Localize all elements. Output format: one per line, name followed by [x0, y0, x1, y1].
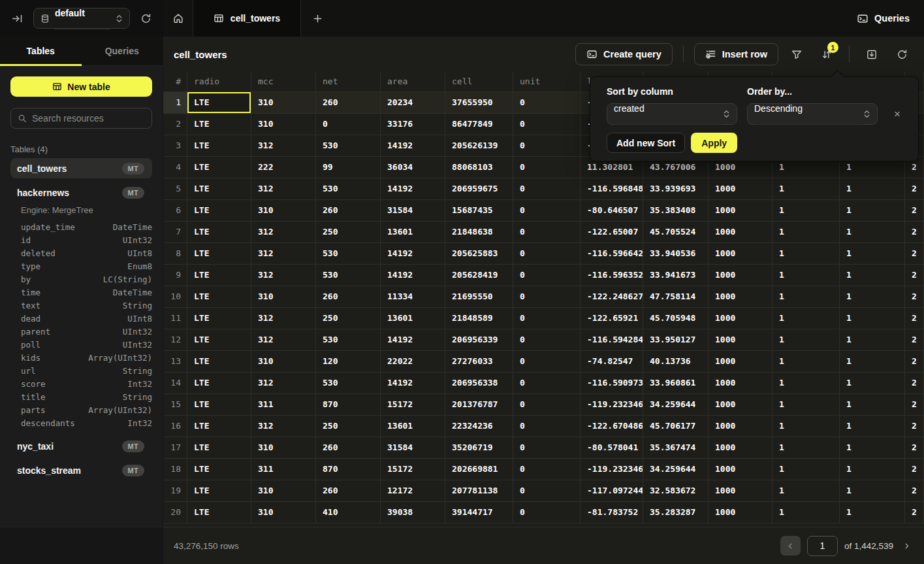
- grid-cell[interactable]: 2: [905, 351, 924, 372]
- grid-cell[interactable]: 0: [513, 286, 581, 307]
- page-number-input[interactable]: [807, 536, 838, 556]
- grid-cell[interactable]: 0: [513, 135, 581, 156]
- grid-cell[interactable]: 37655950: [445, 92, 513, 113]
- grid-cell[interactable]: 1000: [709, 480, 773, 501]
- grid-cell[interactable]: LTE: [187, 394, 251, 415]
- grid-cell[interactable]: 310: [251, 351, 316, 372]
- grid-cell[interactable]: 1: [773, 308, 840, 329]
- grid-cell[interactable]: 1: [773, 480, 840, 501]
- grid-cell[interactable]: 31584: [381, 200, 445, 221]
- grid-cell[interactable]: 0: [513, 502, 581, 523]
- grid-cell[interactable]: 1: [773, 200, 840, 221]
- grid-cell[interactable]: 530: [316, 135, 381, 156]
- sidebar-item-nyc-taxi[interactable]: nyc_taxi MT: [10, 436, 152, 456]
- grid-cell[interactable]: 22324236: [445, 416, 513, 437]
- grid-cell[interactable]: 2: [905, 437, 924, 458]
- grid-cell[interactable]: 1: [840, 459, 905, 480]
- grid-cell[interactable]: 13601: [381, 416, 445, 437]
- sidebar-tab-tables[interactable]: Tables: [0, 37, 82, 65]
- grid-cell[interactable]: 35.383408: [643, 200, 709, 221]
- grid-cell[interactable]: 260: [316, 437, 381, 458]
- grid-cell[interactable]: 2: [905, 308, 924, 329]
- grid-cell[interactable]: 1: [840, 437, 905, 458]
- grid-cell[interactable]: 13601: [381, 308, 445, 329]
- grid-cell[interactable]: 15687435: [445, 200, 513, 221]
- apply-sort-button[interactable]: Apply: [691, 133, 737, 153]
- grid-cell[interactable]: 2: [905, 502, 924, 523]
- grid-cell[interactable]: 0: [513, 92, 581, 113]
- grid-cell[interactable]: LTE: [187, 157, 251, 178]
- grid-cell[interactable]: -122.65007: [581, 222, 643, 242]
- grid-cell[interactable]: 20234: [381, 92, 445, 113]
- grid-cell[interactable]: LTE: [187, 416, 251, 437]
- grid-cell[interactable]: 2: [905, 459, 924, 480]
- grid-cell[interactable]: 33.939693: [643, 178, 709, 199]
- grid-cell[interactable]: 35.367474: [643, 437, 709, 458]
- grid-cell[interactable]: 0: [513, 222, 581, 242]
- grid-cell[interactable]: -122.65921: [581, 308, 643, 329]
- column-header[interactable]: radio: [187, 72, 251, 91]
- grid-cell[interactable]: 312: [251, 178, 316, 199]
- filter-icon[interactable]: [785, 43, 808, 65]
- grid-cell[interactable]: 1: [840, 394, 905, 415]
- grid-cell[interactable]: 1: [773, 459, 840, 480]
- grid-cell[interactable]: 0: [513, 351, 581, 372]
- grid-cell[interactable]: 1: [840, 286, 905, 307]
- grid-cell[interactable]: 1000: [709, 286, 773, 307]
- grid-cell[interactable]: 1000: [709, 373, 773, 393]
- grid-cell[interactable]: 1: [840, 373, 905, 393]
- grid-cell[interactable]: 45.705524: [643, 222, 709, 242]
- grid-cell[interactable]: 312: [251, 308, 316, 329]
- grid-cell[interactable]: 1: [773, 502, 840, 523]
- grid-cell[interactable]: 14192: [381, 178, 445, 199]
- grid-cell[interactable]: 1000: [709, 437, 773, 458]
- grid-cell[interactable]: 202669881: [445, 459, 513, 480]
- grid-cell[interactable]: 222: [251, 157, 316, 178]
- grid-cell[interactable]: 312: [251, 135, 316, 156]
- grid-cell[interactable]: 1000: [709, 265, 773, 286]
- sidebar-item-hackernews[interactable]: hackernews MT: [10, 182, 152, 203]
- grid-cell[interactable]: 260: [316, 92, 381, 113]
- grid-cell[interactable]: 15172: [381, 459, 445, 480]
- grid-cell[interactable]: 2: [905, 286, 924, 307]
- home-tab[interactable]: [163, 0, 193, 37]
- grid-cell[interactable]: 32.583672: [643, 480, 709, 501]
- grid-cell[interactable]: 47.758114: [643, 286, 709, 307]
- grid-cell[interactable]: -119.232346: [581, 459, 643, 480]
- database-selector[interactable]: default: [33, 8, 130, 29]
- grid-cell[interactable]: LTE: [187, 308, 251, 329]
- grid-cell[interactable]: 1: [773, 286, 840, 307]
- grid-cell[interactable]: 14192: [381, 373, 445, 393]
- grid-cell[interactable]: 0: [513, 308, 581, 329]
- grid-cell[interactable]: 1000: [709, 243, 773, 264]
- grid-cell[interactable]: 1: [773, 178, 840, 199]
- grid-cell[interactable]: 45.706177: [643, 416, 709, 437]
- grid-cell[interactable]: 1: [840, 265, 905, 286]
- grid-cell[interactable]: 260: [316, 480, 381, 501]
- grid-cell[interactable]: 0: [513, 459, 581, 480]
- grid-cell[interactable]: LTE: [187, 329, 251, 350]
- grid-cell[interactable]: 1: [840, 502, 905, 523]
- grid-cell[interactable]: 312: [251, 222, 316, 242]
- grid-cell[interactable]: -116.596352: [581, 265, 643, 286]
- grid-cell[interactable]: 14192: [381, 329, 445, 350]
- grid-cell[interactable]: 35.283287: [643, 502, 709, 523]
- grid-cell[interactable]: -119.232346: [581, 394, 643, 415]
- grid-cell[interactable]: LTE: [187, 200, 251, 221]
- grid-cell[interactable]: 1000: [709, 222, 773, 242]
- grid-cell[interactable]: 1: [773, 416, 840, 437]
- grid-cell[interactable]: 86477849: [445, 114, 513, 135]
- grid-cell[interactable]: 311: [251, 459, 316, 480]
- column-header[interactable]: area: [381, 72, 445, 91]
- grid-cell[interactable]: 1: [840, 351, 905, 372]
- grid-cell[interactable]: 120: [316, 351, 381, 372]
- grid-cell[interactable]: 39038: [381, 502, 445, 523]
- grid-cell[interactable]: 410: [316, 502, 381, 523]
- grid-cell[interactable]: 311: [251, 394, 316, 415]
- grid-cell[interactable]: 2: [905, 178, 924, 199]
- refresh-table-icon[interactable]: [890, 43, 914, 65]
- tab-cell-towers[interactable]: cell_towers: [193, 0, 301, 37]
- grid-cell[interactable]: 2: [905, 200, 924, 221]
- grid-cell[interactable]: 530: [316, 243, 381, 264]
- grid-cell[interactable]: -81.783752: [581, 502, 643, 523]
